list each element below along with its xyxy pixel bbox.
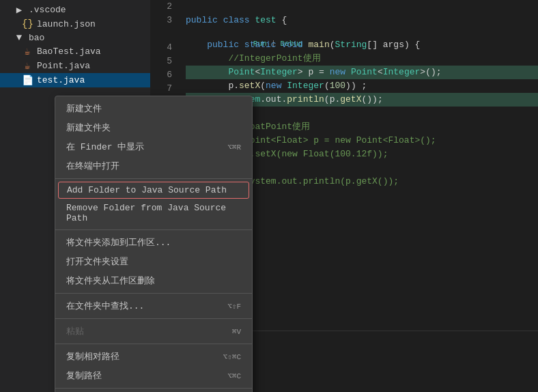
ctx-shortcut: ⌥⇧⌘C [223,352,241,361]
ctx-shortcut: ⌥⇧F [227,302,241,311]
ctx-open-folder-settings[interactable]: 打开文件夹设置 [55,252,252,271]
ctx-new-file[interactable]: 新建文件 [55,99,252,118]
sidebar-item-label: Point.java [37,61,90,71]
ctx-shortcut: ⌥⌘C [227,372,241,380]
json-icon: {} [22,18,33,29]
sidebar-item-point[interactable]: ☕ Point.java [0,59,150,73]
ctx-open-terminal[interactable]: 在终端中打开 [55,156,252,176]
sidebar-item-label: test.java [37,75,85,85]
code-line-6: Point<Integer> p = new Point<Integer>(); [186,66,538,79]
ctx-item-label: 将文件夹从工作区删除 [66,275,155,287]
ctx-item-label: Remove Folder from Java Source Path [66,203,241,223]
ctx-item-label: 将文件夹添加到工作区... [66,236,171,249]
sidebar-item-launch-json[interactable]: {} launch.json [0,17,150,31]
ctx-item-label: 粘贴 [66,325,84,337]
ctx-item-label: 在终端中打开 [66,160,119,172]
ctx-item-label: 打开文件夹设置 [66,255,128,268]
ctx-paste: 粘贴 ⌘V [55,322,252,341]
context-menu: 新建文件 新建文件夹 在 Finder 中显示 ⌥⌘R 在终端中打开 Add F… [55,96,253,392]
folder-open-icon: ▼ [14,32,25,43]
code-line-7: p.setX(new Integer(100)) ; [186,79,538,93]
sidebar-item-bao[interactable]: ▼ bao [0,31,150,44]
ctx-copy-relative-path[interactable]: 复制相对路径 ⌥⇧⌘C [55,347,252,366]
ctx-add-workspace[interactable]: 将文件夹添加到工作区... [55,233,252,252]
java-icon: ☕ [22,46,33,57]
ctx-item-label: 在文件夹中查找... [66,300,144,312]
ctx-remove-workspace[interactable]: 将文件夹从工作区删除 [55,271,252,290]
java-icon: ☕ [22,60,33,72]
ctx-item-label: 复制相对路径 [66,350,119,363]
ctx-separator-2 [55,229,252,230]
ctx-separator-1 [55,178,252,179]
file-icon: 📄 [22,74,33,86]
ctx-shortcut: ⌥⌘R [227,143,241,152]
sidebar-item-baotest[interactable]: ☕ BaoTest.java [0,44,150,59]
ctx-separator-6 [55,388,252,389]
code-line-4: public static void main(String[] args) { [186,38,538,52]
ctx-separator-4 [55,318,252,319]
code-line-2 [186,0,538,14]
ctx-item-label: 在 Finder 中显示 [66,141,144,153]
ctx-item-label: 新建文件 [66,102,102,115]
ctx-find-in-folder[interactable]: 在文件夹中查找... ⌥⇧F [55,296,252,316]
ctx-remove-java-source[interactable]: Remove Folder from Java Source Path [55,199,252,227]
ctx-reveal-finder[interactable]: 在 Finder 中显示 ⌥⌘R [55,137,252,156]
code-line-3: public class test { [186,14,538,27]
run-debug-hint: Run | Debug [186,27,538,38]
folder-icon: ▶ [14,4,25,16]
ctx-separator-3 [55,293,252,294]
sidebar-item-label: launch.json [37,19,96,29]
ctx-item-label: 复制路径 [66,369,102,382]
ctx-separator-5 [55,344,252,344]
sidebar-item-label: .vscode [29,5,66,15]
sidebar-item-label: BaoTest.java [37,46,101,57]
ctx-shortcut: ⌘V [232,327,241,336]
sidebar: ▶ .vscode {} launch.json ▼ bao ☕ BaoTest… [0,0,150,392]
ctx-item-label: 新建文件夹 [66,122,111,134]
sidebar-item-label: bao [29,33,44,43]
sidebar-item-test[interactable]: 📄 test.java [0,73,150,87]
code-line-5: //IntegerPoint使用 [186,52,538,66]
ctx-item-label: Add Folder to Java Source Path [67,185,227,195]
sidebar-item-vscode[interactable]: ▶ .vscode [0,3,150,17]
ctx-copy-path[interactable]: 复制路径 ⌥⌘C [55,366,252,385]
ctx-add-java-source[interactable]: Add Folder to Java Source Path [58,182,249,199]
ctx-new-folder[interactable]: 新建文件夹 [55,118,252,137]
